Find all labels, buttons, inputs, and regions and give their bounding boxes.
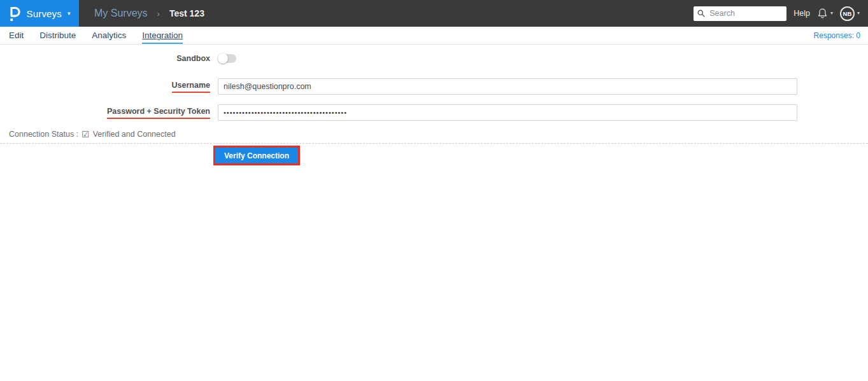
tab-analytics[interactable]: Analytics — [92, 27, 126, 44]
breadcrumb-separator-icon: › — [157, 9, 160, 18]
search-box[interactable] — [694, 6, 786, 21]
breadcrumb-my-surveys[interactable]: My Surveys — [94, 8, 148, 19]
checked-checkbox-icon: ☑ — [82, 129, 90, 139]
username-input[interactable] — [218, 78, 797, 95]
tab-distribute[interactable]: Distribute — [39, 27, 76, 44]
password-input[interactable] — [218, 104, 797, 121]
account-menu[interactable]: NB ▾ — [840, 6, 860, 21]
search-icon — [697, 10, 705, 17]
topbar: Surveys ▾ My Surveys › Test 123 Help — [0, 0, 868, 27]
username-row: Username — [0, 78, 868, 95]
toggle-knob — [218, 53, 228, 64]
help-link[interactable]: Help — [793, 9, 810, 18]
sandbox-row: Sandbox — [0, 54, 868, 63]
responses-count[interactable]: Responses: 0 — [814, 31, 868, 40]
username-label: Username — [0, 81, 210, 93]
connection-status-value: Verified and Connected — [93, 130, 176, 139]
topbar-right: Help ▾ NB ▾ — [694, 6, 868, 21]
button-row: Verify Connection — [0, 146, 868, 165]
search-input[interactable] — [708, 8, 783, 18]
tab-integration[interactable]: Integration — [142, 27, 183, 44]
click-target-highlight: Verify Connection — [213, 146, 300, 165]
password-row: Password + Security Token — [0, 104, 868, 121]
notifications-menu[interactable]: ▾ — [817, 8, 833, 19]
brand-surveys-menu[interactable]: Surveys ▾ — [0, 0, 79, 27]
bell-icon — [817, 8, 828, 19]
brand-label: Surveys — [26, 8, 62, 19]
chevron-down-icon: ▾ — [830, 11, 833, 16]
sandbox-toggle[interactable] — [218, 54, 236, 63]
avatar: NB — [840, 6, 855, 21]
breadcrumb: My Surveys › Test 123 — [94, 8, 204, 19]
chevron-down-icon: ▾ — [68, 11, 71, 17]
breadcrumb-current-survey: Test 123 — [169, 8, 204, 18]
dashed-divider — [0, 143, 868, 144]
survey-tabs: Edit Distribute Analytics Integration Re… — [0, 27, 868, 45]
questionpro-logo-icon — [8, 5, 20, 22]
tab-edit[interactable]: Edit — [9, 27, 24, 44]
password-label: Password + Security Token — [0, 107, 210, 119]
sandbox-label: Sandbox — [0, 54, 210, 63]
integration-form: Sandbox Username Password + Security Tok… — [0, 54, 868, 165]
verify-connection-button[interactable]: Verify Connection — [215, 148, 298, 163]
connection-status: Connection Status : ☑ Verified and Conne… — [0, 129, 868, 139]
connection-status-label: Connection Status : — [9, 130, 78, 139]
chevron-down-icon: ▾ — [857, 11, 860, 16]
